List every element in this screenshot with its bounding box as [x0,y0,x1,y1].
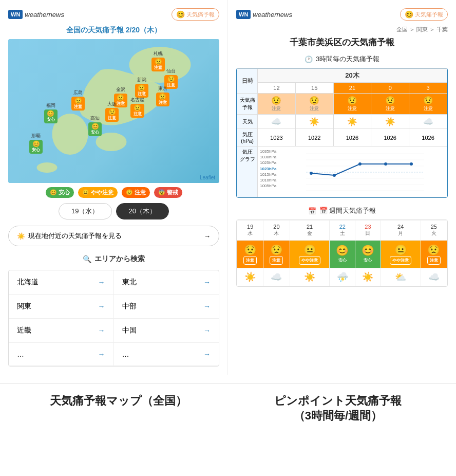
area-more-right[interactable]: … → [114,343,219,366]
weekly-pain-23: 😊 安心 [355,241,381,268]
marker-osaka[interactable]: 大阪 😟 注意 [105,101,119,122]
location-btn-text: 現在地付近の天気痛予報を見る [28,231,122,241]
pain-0: 😟 注意 [371,94,409,115]
weekly-date-25: 25 火 [421,221,447,241]
map-title: 全国の天気痛予報 2/20（木） [8,26,219,35]
badge-sapporo: 😟 注意 [151,58,165,71]
area-more-right-arrow: → [203,350,211,358]
weekly-pain-24: 😐 やや注意 [381,241,421,268]
svg-point-13 [358,162,362,166]
area-hokkaido[interactable]: 北海道 → [9,270,114,295]
area-grid: 北海道 → 東北 → 関東 → 中部 → 近畿 → 中国 → [8,270,219,367]
area-tohoku[interactable]: 東北 → [114,270,219,295]
tsubu-badge-left[interactable]: 😊 天気痛予報 [172,8,219,21]
area-chubu-name: 中部 [122,302,137,311]
area-more-left[interactable]: … → [9,343,114,366]
pain-12: 😟 注意 [258,94,296,115]
weekly-weather-19: ☀️ [237,268,263,286]
badge-naha: 😊 安心 [29,140,43,154]
label-sapporo: 札幌 [151,50,165,57]
area-chugoku[interactable]: 中国 → [114,319,219,343]
badge-niigata: 😟 注意 [135,84,148,98]
tsubu-icon-right: 😊 [405,10,413,19]
clock-icon: 🕐 [305,56,313,63]
sun-icon: ☀️ [17,232,25,240]
wn-logo-mark: WN [8,10,23,19]
area-chubu-arrow: → [203,302,211,310]
leaflet-credit: Leaflet [200,175,215,180]
weekly-title-text: 📅 週間天気痛予報 [319,206,376,215]
weekly-weather-24: ⛅ [381,268,421,286]
location-button[interactable]: ☀️ 現在地付近の天気痛予報を見る → [8,226,219,246]
date-tabs: 19（水） 20（木） [8,203,219,219]
area-hokkaido-arrow: → [98,278,105,286]
marker-tokyo[interactable]: 東京 😟 注意 [156,85,169,106]
weather-12: ☁️ [258,115,296,129]
area-kanto[interactable]: 関東 → [9,295,114,319]
right-logo: WN weathernews [236,10,292,19]
marker-naha[interactable]: 那覇 😊 安心 [29,133,43,154]
weekly-pain-20: 😟 注意 [263,241,290,268]
marker-sapporo[interactable]: 札幌 😟 注意 [151,50,165,71]
date-tab-19[interactable]: 19（水） [59,203,111,219]
right-header: WN weathernews 😊 天気痛予報 [236,8,448,21]
legend-chuui-icon: 😟 [126,189,133,196]
bottom-right-text: ピンポイント天気痛予報（3時間毎/週間） [228,394,448,423]
calendar-icon: 📅 [308,207,316,215]
label-nagoya: 名古屋 [130,97,144,103]
date-tab-20[interactable]: 20（木） [116,203,169,219]
weekly-date-22: 22 土 [330,221,355,241]
weather-3: ☁️ [409,115,447,129]
area-tohoku-name: 東北 [122,278,137,287]
marker-kochi[interactable]: 高知 😊 安心 [88,115,102,136]
area-kinki[interactable]: 近畿 → [9,319,114,343]
tenki-label: 天気 [237,115,258,129]
japan-map[interactable]: 札幌 😟 注意 仙台 😟 注意 新潟 😟 注意 [8,39,219,183]
weekly-pain-19: 😟 注意 [237,241,263,268]
legend-yayachuui: 😐 やや注意 [78,187,118,198]
right-panel: WN weathernews 😊 天気痛予報 全国 ＞ 関東 ＞ 千葉 千葉市美… [228,0,456,375]
weekly-section: 📅 📅 週間天気痛予報 19 水 20 木 [236,206,448,287]
weekly-pain-21: 😐 やや注意 [290,241,330,268]
day-20-header: 20木 [258,69,447,83]
bottom-section: 天気痛予報マップ（全国） ピンポイント天気痛予報（3時間毎/週間） [0,383,456,433]
area-more-left-arrow: → [98,350,105,358]
svg-point-11 [310,172,313,175]
area-kanto-arrow: → [98,302,105,310]
label-fukuoka: 福岡 [44,102,58,109]
badge-nagoya: 😟 注意 [130,104,144,118]
legend-chuui: 😟 注意 [122,187,150,198]
svg-point-14 [384,162,387,166]
pain-21: 😟 注意 [333,94,371,115]
badge-hiroshima: 😟 注意 [71,97,85,111]
weekly-section-header: 📅 📅 週間天気痛予報 [236,206,448,215]
search-title: 🔍 エリアから検索 [8,254,219,264]
weekly-weather-25: ☁️ [421,268,447,286]
marker-hiroshima[interactable]: 広島 😟 注意 [71,89,85,111]
marker-nagoya[interactable]: 名古屋 😟 注意 [130,97,144,118]
location-btn-content: ☀️ 現在地付近の天気痛予報を見る [17,231,122,241]
area-chubu[interactable]: 中部 → [114,295,219,319]
tsubu-badge-right[interactable]: 😊 天気痛予報 [400,8,448,21]
pain-15: 😟 注意 [295,94,333,115]
pressure-svg [306,149,424,194]
weekly-weather-23: ☀️ [355,268,381,286]
label-tokyo: 東京 [156,85,169,92]
label-sendai: 仙台 [164,68,178,75]
location-btn-arrow: → [204,232,211,240]
marker-niigata[interactable]: 新潟 😟 注意 [135,77,148,98]
left-panel: WN weathernews 😊 天気痛予報 全国の天気痛予報 2/20（木） [0,0,228,375]
label-kochi: 高知 [88,115,102,122]
label-osaka: 大阪 [105,101,119,107]
pressure-chart-cell: 1035hPa 1030hPa 1025hPa 1023hPa 1015hPa … [258,147,447,197]
legend-row: 😊 安心 😐 やや注意 😟 注意 😨 警戒 [8,187,219,198]
badge-tokyo: 😟 注意 [156,93,169,106]
legend-keikai-icon: 😨 [158,189,165,196]
left-logo: WN weathernews [8,10,64,19]
tsubu-icon-left: 😊 [176,10,185,19]
bottom-left: 天気痛予報マップ（全国） [8,394,228,423]
weather-0: ☀️ [371,115,409,129]
marker-fukuoka[interactable]: 福岡 😊 安心 [44,102,58,123]
area-kinki-arrow: → [98,326,105,335]
label-naha: 那覇 [29,133,43,139]
